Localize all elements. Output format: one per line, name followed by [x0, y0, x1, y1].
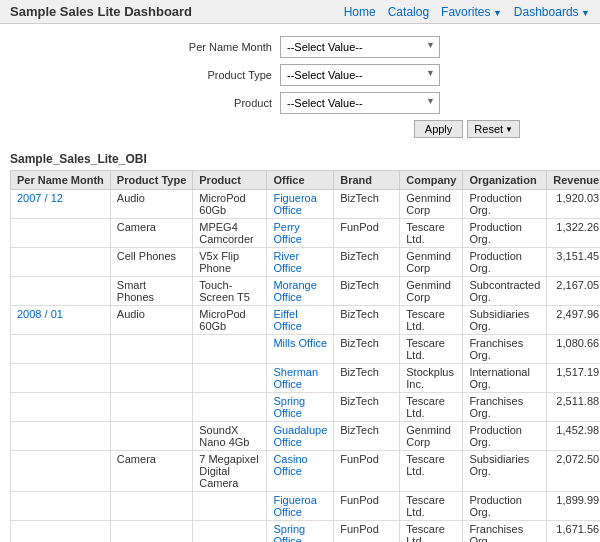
office-link[interactable]: Sherman Office	[273, 366, 318, 390]
reset-button[interactable]: Reset	[467, 120, 520, 138]
cell-office[interactable]: Spring Office	[267, 521, 334, 543]
cell-brand: FunPod	[334, 492, 400, 521]
nav-favorites[interactable]: Favorites	[441, 5, 502, 19]
col-header-brand: Brand	[334, 171, 400, 190]
cell-product	[193, 335, 267, 364]
col-header-product: Product	[193, 171, 267, 190]
period-link[interactable]: 2007 / 12	[17, 192, 63, 204]
product-label: Product	[160, 97, 280, 109]
per-name-month-select[interactable]: --Select Value--	[280, 36, 440, 58]
office-link[interactable]: Casino Office	[273, 453, 307, 477]
cell-office[interactable]: Sherman Office	[267, 364, 334, 393]
office-link[interactable]: Guadalupe Office	[273, 424, 327, 448]
cell-product-type: Audio	[110, 306, 192, 335]
cell-organization: Franchises Org.	[463, 521, 547, 543]
table-row: 2008 / 01 Audio MicroPod 60Gb Eiffel Off…	[11, 306, 601, 335]
office-link[interactable]: Figueroa Office	[273, 494, 316, 518]
nav-home[interactable]: Home	[344, 5, 376, 19]
cell-office[interactable]: Perry Office	[267, 219, 334, 248]
cell-product-type: Cell Phones	[110, 248, 192, 277]
cell-brand: FunPod	[334, 219, 400, 248]
cell-revenue: 1,080.66	[547, 335, 600, 364]
cell-organization: Production Org.	[463, 219, 547, 248]
cell-organization: International Org.	[463, 364, 547, 393]
cell-office[interactable]: Morange Office	[267, 277, 334, 306]
cell-product-type	[110, 422, 192, 451]
office-link[interactable]: Morange Office	[273, 279, 316, 303]
filter-product-type-row: Product Type --Select Value--	[20, 64, 580, 86]
table-row: Cell Phones V5x Flip Phone River Office …	[11, 248, 601, 277]
product-type-label: Product Type	[160, 69, 280, 81]
cell-revenue: 1,920.03	[547, 190, 600, 219]
table-row: Spring Office BizTech Tescare Ltd. Franc…	[11, 393, 601, 422]
cell-revenue: 2,497.96	[547, 306, 600, 335]
office-link[interactable]: River Office	[273, 250, 302, 274]
table-row: Spring Office FunPod Tescare Ltd. Franch…	[11, 521, 601, 543]
cell-brand: BizTech	[334, 393, 400, 422]
cell-per-name-month: 2007 / 12	[11, 190, 111, 219]
filters-section: Per Name Month --Select Value-- Product …	[0, 24, 600, 146]
nav-dashboards[interactable]: Dashboards	[514, 5, 590, 19]
cell-company: Genmind Corp	[400, 422, 463, 451]
filter-product-row: Product --Select Value--	[20, 92, 580, 114]
product-select[interactable]: --Select Value--	[280, 92, 440, 114]
cell-product-type: Audio	[110, 190, 192, 219]
cell-revenue: 2,511.88	[547, 393, 600, 422]
cell-product: MicroPod 60Gb	[193, 306, 267, 335]
table-header-row: Per Name Month Product Type Product Offi…	[11, 171, 601, 190]
table-wrapper: Per Name Month Product Type Product Offi…	[0, 170, 600, 542]
cell-product: Touch-Screen T5	[193, 277, 267, 306]
cell-organization: Subsidiaries Org.	[463, 306, 547, 335]
cell-organization: Production Org.	[463, 190, 547, 219]
apply-button[interactable]: Apply	[414, 120, 464, 138]
cell-product: 7 Megapixel Digital Camera	[193, 451, 267, 492]
cell-office[interactable]: Casino Office	[267, 451, 334, 492]
header: Sample Sales Lite Dashboard Home Catalog…	[0, 0, 600, 24]
cell-brand: BizTech	[334, 277, 400, 306]
cell-brand: BizTech	[334, 306, 400, 335]
cell-office[interactable]: Figueroa Office	[267, 190, 334, 219]
cell-company: Tescare Ltd.	[400, 219, 463, 248]
report-title: Sample_Sales_Lite_OBI	[0, 146, 600, 170]
office-link[interactable]: Spring Office	[273, 523, 305, 542]
cell-company: Genmind Corp	[400, 277, 463, 306]
cell-office[interactable]: River Office	[267, 248, 334, 277]
app-title: Sample Sales Lite Dashboard	[10, 4, 192, 19]
cell-brand: BizTech	[334, 335, 400, 364]
cell-revenue: 1,899.99	[547, 492, 600, 521]
cell-product-type	[110, 335, 192, 364]
cell-product-type: Camera	[110, 219, 192, 248]
product-type-select[interactable]: --Select Value--	[280, 64, 440, 86]
office-link[interactable]: Mills Office	[273, 337, 327, 349]
period-link[interactable]: 2008 / 01	[17, 308, 63, 320]
office-link[interactable]: Figueroa Office	[273, 192, 316, 216]
cell-company: Tescare Ltd.	[400, 492, 463, 521]
cell-per-name-month	[11, 335, 111, 364]
office-link[interactable]: Spring Office	[273, 395, 305, 419]
office-link[interactable]: Eiffel Office	[273, 308, 302, 332]
cell-office[interactable]: Guadalupe Office	[267, 422, 334, 451]
cell-product: MicroPod 60Gb	[193, 190, 267, 219]
cell-office[interactable]: Eiffel Office	[267, 306, 334, 335]
nav-catalog[interactable]: Catalog	[388, 5, 429, 19]
cell-organization: Subcontracted Org.	[463, 277, 547, 306]
col-header-revenue: Revenue	[547, 171, 600, 190]
cell-office[interactable]: Figueroa Office	[267, 492, 334, 521]
cell-product-type	[110, 492, 192, 521]
cell-organization: Production Org.	[463, 248, 547, 277]
cell-per-name-month	[11, 422, 111, 451]
cell-product	[193, 364, 267, 393]
cell-product-type	[110, 521, 192, 543]
cell-brand: BizTech	[334, 422, 400, 451]
cell-organization: Subsidiaries Org.	[463, 451, 547, 492]
cell-product	[193, 492, 267, 521]
cell-organization: Franchises Org.	[463, 335, 547, 364]
cell-per-name-month	[11, 393, 111, 422]
cell-office[interactable]: Mills Office	[267, 335, 334, 364]
office-link[interactable]: Perry Office	[273, 221, 302, 245]
cell-per-name-month	[11, 492, 111, 521]
col-header-product-type: Product Type	[110, 171, 192, 190]
table-row: Mills Office BizTech Tescare Ltd. Franch…	[11, 335, 601, 364]
cell-office[interactable]: Spring Office	[267, 393, 334, 422]
filter-actions: Apply Reset	[20, 120, 580, 138]
